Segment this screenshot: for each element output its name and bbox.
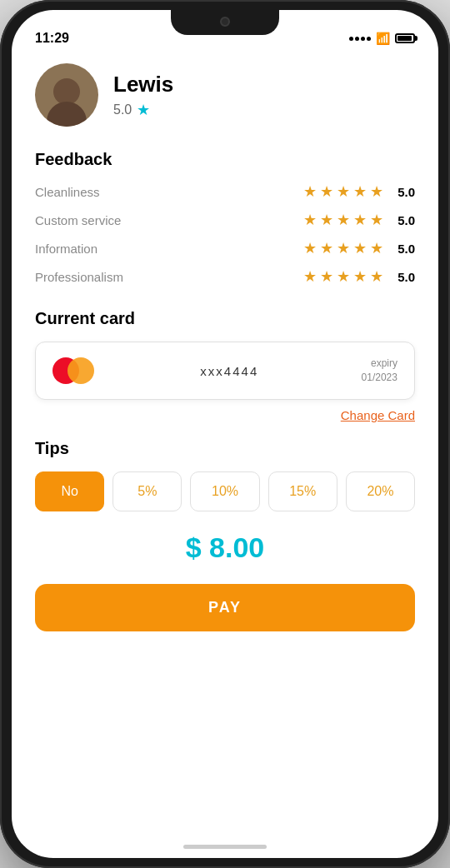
score-professionalism: 5.0	[390, 270, 415, 284]
star-2: ★	[320, 211, 333, 229]
total-section: $ 8.00	[35, 531, 415, 564]
rating-number: 5.0	[113, 102, 132, 117]
tips-grid: No 5% 10% 15% 20%	[35, 471, 415, 511]
phone-screen: 11:29 📶	[12, 10, 438, 858]
star-1: ★	[303, 182, 317, 201]
change-card-button[interactable]: Change Card	[35, 408, 415, 422]
feedback-row-cleanliness: Cleanliness ★ ★ ★ ★ ★ 5.0	[35, 182, 415, 201]
feedback-section: Feedback Cleanliness ★ ★ ★ ★ ★ 5.0 Custo…	[35, 150, 415, 286]
profile-section: Lewis 5.0 ★	[35, 63, 415, 127]
status-time: 11:29	[35, 31, 69, 46]
profile-info: Lewis 5.0 ★	[113, 72, 173, 119]
tips-section: Tips No 5% 10% 15% 20%	[35, 439, 415, 511]
signal-icon	[349, 37, 371, 41]
star-5: ★	[370, 267, 383, 286]
star-5: ★	[370, 211, 383, 229]
star-4: ★	[353, 211, 367, 229]
star-3: ★	[337, 182, 350, 201]
profile-name: Lewis	[113, 72, 173, 97]
tip-15-button[interactable]: 15%	[268, 471, 338, 511]
home-indicator	[12, 835, 438, 858]
star-4: ★	[353, 239, 367, 257]
expiry-date: 01/2023	[362, 372, 398, 383]
score-cleanliness: 5.0	[390, 185, 415, 199]
card-container: xxx4444 expiry 01/2023	[35, 342, 415, 400]
card-number: xxx4444	[200, 364, 258, 378]
tip-10-button[interactable]: 10%	[190, 471, 259, 511]
tip-20-button[interactable]: 20%	[346, 471, 415, 511]
tips-title: Tips	[35, 439, 415, 458]
star-1: ★	[303, 211, 317, 229]
rating-star-icon: ★	[137, 101, 150, 119]
star-1: ★	[303, 267, 317, 286]
status-bar: 11:29 📶	[12, 10, 438, 55]
star-2: ★	[320, 182, 333, 201]
star-5: ★	[370, 239, 383, 257]
home-bar	[183, 845, 267, 849]
tip-5-button[interactable]: 5%	[112, 471, 182, 511]
stars-information: ★ ★ ★ ★ ★	[303, 239, 383, 257]
feedback-row-custom-service: Custom service ★ ★ ★ ★ ★ 5.0	[35, 211, 415, 229]
feedback-row-information: Information ★ ★ ★ ★ ★ 5.0	[35, 239, 415, 257]
stars-cleanliness: ★ ★ ★ ★ ★	[303, 182, 383, 201]
pay-button[interactable]: PAY	[35, 584, 415, 631]
score-custom-service: 5.0	[390, 213, 415, 227]
mc-circle-right	[68, 357, 94, 384]
status-icons: 📶	[349, 32, 415, 45]
notch	[171, 10, 279, 35]
star-2: ★	[320, 267, 333, 286]
star-3: ★	[337, 239, 350, 257]
profile-rating: 5.0 ★	[113, 101, 173, 119]
card-expiry: expiry 01/2023	[362, 357, 398, 385]
feedback-row-professionalism: Professionalism ★ ★ ★ ★ ★ 5.0	[35, 267, 415, 286]
feedback-label-custom-service: Custom service	[35, 213, 303, 227]
star-1: ★	[303, 239, 317, 257]
star-4: ★	[353, 267, 367, 286]
avatar-figure	[45, 73, 88, 127]
star-5: ★	[370, 182, 383, 201]
star-3: ★	[337, 267, 350, 286]
expiry-label: expiry	[371, 357, 398, 369]
score-information: 5.0	[390, 242, 415, 256]
card-section-title: Current card	[35, 309, 415, 328]
feedback-label-professionalism: Professionalism	[35, 270, 303, 284]
total-amount: $ 8.00	[186, 531, 265, 563]
battery-icon	[395, 33, 415, 43]
feedback-label-information: Information	[35, 242, 303, 256]
stars-professionalism: ★ ★ ★ ★ ★	[303, 267, 383, 286]
stars-custom-service: ★ ★ ★ ★ ★	[303, 211, 383, 229]
main-content: Lewis 5.0 ★ Feedback Cleanliness ★ ★ ★	[12, 55, 438, 835]
avatar	[35, 63, 98, 127]
avatar-body	[47, 102, 87, 127]
tip-no-button[interactable]: No	[35, 471, 104, 511]
star-2: ★	[320, 239, 333, 257]
phone-frame: 11:29 📶	[0, 0, 450, 868]
star-4: ★	[353, 182, 367, 201]
notch-camera	[220, 17, 230, 27]
card-section: Current card xxx4444 expiry 01/2023 Chan…	[35, 309, 415, 422]
feedback-label-cleanliness: Cleanliness	[35, 185, 303, 199]
mastercard-logo	[52, 356, 98, 386]
feedback-title: Feedback	[35, 150, 415, 169]
wifi-icon: 📶	[376, 32, 390, 45]
star-3: ★	[337, 211, 350, 229]
